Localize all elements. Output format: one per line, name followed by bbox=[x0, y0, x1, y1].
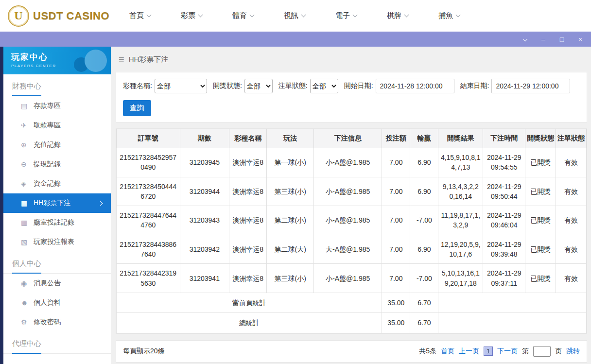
sidebar-item-profile[interactable]: ☻個人資料 bbox=[3, 293, 111, 312]
player-bet-report-icon: ▧ bbox=[21, 238, 34, 246]
table-row: 215217328443886764031203942澳洲幸运8第二球(大)大-… bbox=[117, 235, 587, 264]
withdraw-icon: ✈ bbox=[21, 121, 34, 129]
column-header-lottery-name: 彩種名稱 bbox=[229, 129, 267, 148]
first-page-link[interactable]: 首页 bbox=[441, 347, 454, 356]
usdt-logo-icon: U bbox=[8, 5, 29, 27]
sidebar-item-withdraw[interactable]: ✈取款專區 bbox=[3, 116, 111, 135]
cell-draw-result: 11,19,8,17,1,3,2,9 bbox=[438, 206, 483, 235]
table-row: 215217328442319563031203941澳洲幸运8第三球(小)小-… bbox=[117, 264, 587, 293]
window-close-icon[interactable]: × bbox=[576, 36, 584, 43]
cell-bet-amount: 7.00 bbox=[382, 148, 410, 177]
nav-item-fishing[interactable]: 捕魚 bbox=[438, 11, 460, 20]
main-nav: 首頁彩票體育視訊電子棋牌捕魚 bbox=[129, 11, 490, 20]
sidebar-item-label: 資金記錄 bbox=[34, 179, 61, 188]
cell-play-type: 第一球(小) bbox=[267, 148, 314, 177]
summary-bet-total: 35.00 bbox=[382, 313, 410, 333]
column-header-bet-amount: 投注額 bbox=[382, 129, 410, 148]
jump-button[interactable]: 跳转 bbox=[566, 347, 580, 356]
summary-bet-total: 35.00 bbox=[382, 293, 410, 312]
sidebar-item-funds-record[interactable]: ◈資金記錄 bbox=[3, 174, 111, 193]
nav-item-sports[interactable]: 體育 bbox=[232, 11, 254, 20]
nav-item-home[interactable]: 首頁 bbox=[129, 11, 151, 20]
funds-record-icon: ◈ bbox=[21, 180, 34, 188]
sidebar-item-label: 充值記錄 bbox=[34, 140, 61, 149]
players-center-banner: 玩家中心 PLAYERS CENTER bbox=[3, 47, 111, 74]
table-header-row: 訂單號期數彩種名稱玩法下注信息投注額輸贏開獎結果下注時間開獎狀態注單狀態 bbox=[117, 129, 587, 148]
order-status-select[interactable]: 全部 bbox=[310, 79, 338, 93]
search-button[interactable]: 查詢 bbox=[123, 100, 151, 116]
chevron-down-icon bbox=[456, 13, 461, 17]
column-header-draw-result: 開獎結果 bbox=[438, 129, 483, 148]
cell-lottery-name: 澳洲幸运8 bbox=[229, 264, 267, 293]
summary-label: 當前頁統計 bbox=[117, 293, 382, 312]
cell-bet-info: 小-A盤@1.985 bbox=[314, 177, 382, 206]
nav-item-chess[interactable]: 棋牌 bbox=[387, 11, 408, 20]
table-row: 215217328450444672031203944澳洲幸运8第三球(小)小-… bbox=[117, 177, 587, 206]
end-date-label: 結束日期: bbox=[460, 82, 489, 90]
cell-win-loss: 6.90 bbox=[410, 177, 438, 206]
hh-lottery-bets-icon: ▦ bbox=[21, 199, 34, 207]
nav-item-label: 首頁 bbox=[129, 11, 144, 20]
chevron-down-icon bbox=[147, 13, 152, 17]
cell-order-status: 有效 bbox=[556, 177, 587, 206]
next-page-link[interactable]: 下一页 bbox=[497, 347, 518, 356]
cell-lottery-name: 澳洲幸运8 bbox=[229, 206, 267, 235]
sidebar-item-withdrawal-record[interactable]: ⊖提現記錄 bbox=[3, 155, 111, 174]
top-navigation-bar: U USDT CASINO 首頁彩票體育視訊電子棋牌捕魚 bbox=[0, 0, 591, 32]
column-header-bet-info: 下注信息 bbox=[314, 129, 382, 148]
sidebar-item-change-password[interactable]: ⚙修改密碼 bbox=[3, 312, 111, 332]
logo[interactable]: U USDT CASINO bbox=[8, 5, 129, 27]
recharge-record-icon: ⊕ bbox=[21, 141, 34, 149]
cell-play-type: 第三球(小) bbox=[267, 264, 314, 293]
nav-item-label: 體育 bbox=[232, 11, 247, 20]
cell-bet-info: 小-A盤@1.985 bbox=[314, 264, 382, 293]
cell-bet-time: 2024-11-29 09:39:48 bbox=[483, 235, 525, 264]
cell-play-type: 第二球(大) bbox=[267, 235, 314, 264]
announcements-icon: ◉ bbox=[21, 279, 34, 287]
nav-item-label: 視訊 bbox=[284, 11, 298, 20]
cell-period: 31203942 bbox=[180, 235, 229, 264]
summary-label: 總統計 bbox=[117, 313, 382, 333]
players-center-title: 玩家中心 bbox=[11, 52, 111, 63]
content-area: ≡ HH彩票下注 彩種名稱: 全部 開獎狀態: 全部 bbox=[111, 47, 591, 364]
cell-bet-time: 2024-11-29 09:54:55 bbox=[483, 148, 525, 177]
nav-item-live-video[interactable]: 視訊 bbox=[284, 11, 305, 20]
lottery-name-select[interactable]: 全部 bbox=[155, 79, 207, 93]
window-maximize-icon[interactable]: □ bbox=[558, 36, 566, 43]
page-jump-input[interactable] bbox=[533, 346, 551, 357]
menu-icon[interactable]: ≡ bbox=[119, 54, 124, 65]
current-page-badge[interactable]: 1 bbox=[484, 347, 493, 356]
end-date-input[interactable] bbox=[491, 79, 570, 93]
draw-status-select[interactable]: 全部 bbox=[244, 79, 273, 93]
draw-status-filter: 開獎狀態: 全部 bbox=[213, 79, 273, 93]
sidebar-item-recharge-record[interactable]: ⊕充值記錄 bbox=[3, 135, 111, 155]
cell-lottery-name: 澳洲幸运8 bbox=[229, 148, 267, 177]
column-header-play-type: 玩法 bbox=[267, 129, 314, 148]
summary-empty-cell bbox=[438, 313, 587, 333]
nav-item-label: 捕魚 bbox=[438, 11, 453, 20]
window-minimize-icon[interactable]: – bbox=[539, 36, 547, 43]
sidebar-item-hall-bet-record[interactable]: ▥廳室投註記錄 bbox=[3, 213, 111, 232]
cell-bet-amount: 7.00 bbox=[382, 264, 410, 293]
sidebar-item-label: 提現記錄 bbox=[34, 160, 61, 169]
draw-status-label: 開獎狀態: bbox=[213, 82, 242, 90]
nav-item-slots[interactable]: 電子 bbox=[335, 11, 357, 20]
sidebar-section-agent: 代理中心 bbox=[3, 332, 111, 354]
cell-period: 31203941 bbox=[180, 264, 229, 293]
prev-page-link[interactable]: 上一页 bbox=[459, 347, 479, 356]
window-collapse-icon[interactable] bbox=[521, 36, 529, 43]
sidebar-section-title: 財務中心 bbox=[12, 82, 41, 96]
cell-order-id: 2152173284529570490 bbox=[117, 148, 180, 177]
sidebar-item-hh-lottery-bets[interactable]: ▦HH彩票下注 bbox=[3, 193, 111, 213]
nav-item-lottery[interactable]: 彩票 bbox=[181, 11, 202, 20]
cell-lottery-name: 澳洲幸运8 bbox=[229, 177, 267, 206]
cell-order-id: 2152173284476444760 bbox=[117, 206, 180, 235]
filter-panel: 彩種名稱: 全部 開獎狀態: 全部 注單狀態: 全 bbox=[116, 72, 587, 122]
column-header-order-status: 注單狀態 bbox=[556, 129, 587, 148]
cell-bet-info: 大-A盤@1.985 bbox=[314, 235, 382, 264]
start-date-input[interactable] bbox=[376, 79, 454, 93]
cell-draw-status: 已開獎 bbox=[525, 235, 556, 264]
sidebar-item-deposit[interactable]: ▤存款專區 bbox=[3, 96, 111, 116]
sidebar-item-announcements[interactable]: ◉消息公告 bbox=[3, 274, 111, 293]
sidebar-item-player-bet-report[interactable]: ▧玩家投注報表 bbox=[3, 232, 111, 252]
